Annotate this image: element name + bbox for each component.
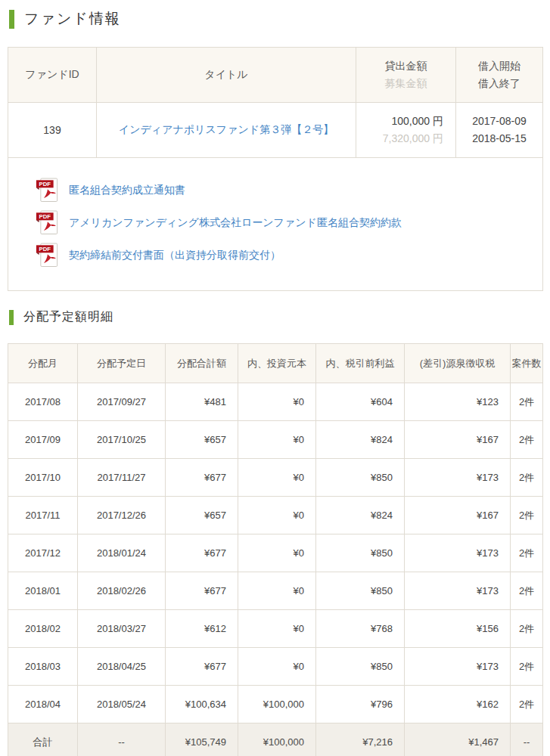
- table-cell: 2件: [511, 497, 543, 534]
- svg-text:PDF: PDF: [39, 181, 51, 187]
- table-cell: --: [78, 723, 166, 756]
- table-cell: 2018/02/26: [78, 572, 166, 610]
- pdf-icon: PDF: [36, 178, 58, 203]
- table-row: 2018/032018/04/25¥677¥0¥850¥1732件: [8, 648, 543, 686]
- table-cell: ¥0: [238, 421, 316, 459]
- header-distribution-total: 分配合計額: [166, 344, 238, 383]
- table-cell: 2018/02: [8, 610, 78, 648]
- table-cell: 2018/01: [8, 572, 78, 610]
- table-cell: 2件: [511, 459, 543, 497]
- fund-title-cell: インディアナポリスファンド第３弾【２号】: [97, 103, 356, 158]
- header-borrow-end: 借入終了: [456, 75, 542, 92]
- table-cell: ¥100,000: [238, 686, 316, 723]
- table-cell: ¥0: [238, 459, 316, 497]
- table-cell: ¥824: [316, 497, 405, 534]
- table-cell: ¥677: [166, 459, 238, 497]
- table-cell: ¥162: [405, 686, 511, 723]
- fund-documents-row: PDF 匿名組合契約成立通知書 PDF アメリカン: [8, 158, 543, 291]
- distribution-table-header-row: 分配月 分配予定日 分配合計額 内、投資元本 内、税引前利益 (差引)源泉徴収税…: [8, 344, 543, 383]
- table-cell: 2件: [511, 421, 543, 459]
- table-cell: ¥0: [238, 610, 316, 648]
- table-row: 2018/012018/02/26¥677¥0¥850¥1732件: [8, 572, 543, 610]
- pdf-link-partnership-terms[interactable]: PDF アメリカンファンディング株式会社ローンファンド匿名組合契約約款: [36, 210, 515, 235]
- table-cell: ¥850: [316, 534, 405, 572]
- pdf-link-contract-notice[interactable]: PDF 匿名組合契約成立通知書: [36, 178, 515, 203]
- table-cell: ¥824: [316, 421, 405, 459]
- table-cell: ¥0: [238, 534, 316, 572]
- table-cell: 2018/04/25: [78, 648, 166, 686]
- table-cell: ¥657: [166, 497, 238, 534]
- table-cell: 2件: [511, 534, 543, 572]
- fund-id-cell: 139: [8, 103, 97, 158]
- distribution-table: 分配月 分配予定日 分配合計額 内、投資元本 内、税引前利益 (差引)源泉徴収税…: [8, 343, 543, 756]
- borrow-end-value: 2018-05-15: [456, 130, 542, 147]
- fund-table-header-row: ファンドID タイトル 貸出金額 募集金額 借入開始 借入終了: [8, 48, 543, 103]
- section-title-text: ファンド情報: [24, 9, 121, 29]
- table-cell: ¥604: [316, 383, 405, 421]
- table-cell: ¥850: [316, 648, 405, 686]
- table-cell: 2017/11: [8, 497, 78, 534]
- pdf-link-label: 匿名組合契約成立通知書: [69, 183, 185, 197]
- header-offer-amount: 募集金額: [356, 75, 455, 92]
- table-cell: ¥167: [405, 421, 511, 459]
- table-cell: ¥0: [238, 572, 316, 610]
- table-cell: 2件: [511, 686, 543, 723]
- table-cell: 2017/11/27: [78, 459, 166, 497]
- header-distribution-month: 分配月: [8, 344, 78, 383]
- table-cell: 2017/12: [8, 534, 78, 572]
- header-deal-count: 案件数: [511, 344, 543, 383]
- fund-title-link[interactable]: インディアナポリスファンド第３弾【２号】: [119, 123, 334, 135]
- page: ファンド情報 ファンドID タイトル 貸出金額 募集金額 借入開始 借入終了: [0, 0, 550, 756]
- fund-table-data-row: 139 インディアナポリスファンド第３弾【２号】 100,000 円 7,320…: [8, 103, 543, 158]
- header-loan-amount: 貸出金額: [356, 57, 455, 75]
- table-cell: 2017/09/27: [78, 383, 166, 421]
- table-row: 2017/122018/01/24¥677¥0¥850¥1732件: [8, 534, 543, 572]
- table-cell: 2018/05/24: [78, 686, 166, 723]
- svg-text:PDF: PDF: [39, 213, 51, 220]
- table-row: 2017/112017/12/26¥657¥0¥824¥1672件: [8, 497, 543, 534]
- header-pretax-profit: 内、税引前利益: [316, 344, 405, 383]
- accent-bar: [9, 310, 14, 325]
- table-cell: 2017/08: [8, 383, 78, 421]
- table-cell: ¥7,216: [316, 723, 405, 756]
- table-cell: ¥0: [238, 648, 316, 686]
- table-cell: ¥677: [166, 648, 238, 686]
- table-cell: 2018/03: [8, 648, 78, 686]
- table-cell: ¥167: [405, 497, 511, 534]
- table-cell: ¥105,749: [166, 723, 238, 756]
- table-cell: 合計: [8, 723, 78, 756]
- table-cell: ¥156: [405, 610, 511, 648]
- table-cell: 2018/03/27: [78, 610, 166, 648]
- table-cell: 2017/10: [8, 459, 78, 497]
- table-cell: ¥173: [405, 648, 511, 686]
- loan-amount-value: 100,000 円: [356, 113, 443, 130]
- table-cell: ¥850: [316, 572, 405, 610]
- table-row: 2018/022018/03/27¥612¥0¥768¥1562件: [8, 610, 543, 648]
- table-cell: 2018/04: [8, 686, 78, 723]
- table-cell: ¥0: [238, 497, 316, 534]
- table-cell: ¥677: [166, 534, 238, 572]
- header-withholding-tax: (差引)源泉徴収税: [405, 344, 511, 383]
- table-cell: 2件: [511, 572, 543, 610]
- table-cell: 2件: [511, 383, 543, 421]
- table-cell: 2件: [511, 610, 543, 648]
- fund-documents-cell: PDF 匿名組合契約成立通知書 PDF アメリカン: [8, 158, 543, 291]
- table-cell: 2017/09: [8, 421, 78, 459]
- borrow-dates-cell: 2017-08-09 2018-05-15: [456, 103, 543, 158]
- header-borrow-dates: 借入開始 借入終了: [456, 48, 543, 103]
- table-cell: ¥796: [316, 686, 405, 723]
- pdf-link-label: 契約締結前交付書面（出資持分取得前交付）: [69, 248, 281, 262]
- offer-amount-value: 7,320,000 円: [356, 130, 443, 147]
- table-row: 2017/082017/09/27¥481¥0¥604¥1232件: [8, 383, 543, 421]
- table-cell: ¥100,634: [166, 686, 238, 723]
- header-scheduled-date: 分配予定日: [78, 344, 166, 383]
- table-cell: ¥0: [238, 383, 316, 421]
- amounts-cell: 100,000 円 7,320,000 円: [356, 103, 456, 158]
- fund-info-table: ファンドID タイトル 貸出金額 募集金額 借入開始 借入終了 139 インディ…: [8, 47, 543, 291]
- header-borrow-start: 借入開始: [456, 57, 542, 75]
- table-cell: ¥100,000: [238, 723, 316, 756]
- table-cell: ¥677: [166, 572, 238, 610]
- table-cell: ¥481: [166, 383, 238, 421]
- table-cell: ¥768: [316, 610, 405, 648]
- pdf-link-pre-contract-document[interactable]: PDF 契約締結前交付書面（出資持分取得前交付）: [36, 243, 515, 268]
